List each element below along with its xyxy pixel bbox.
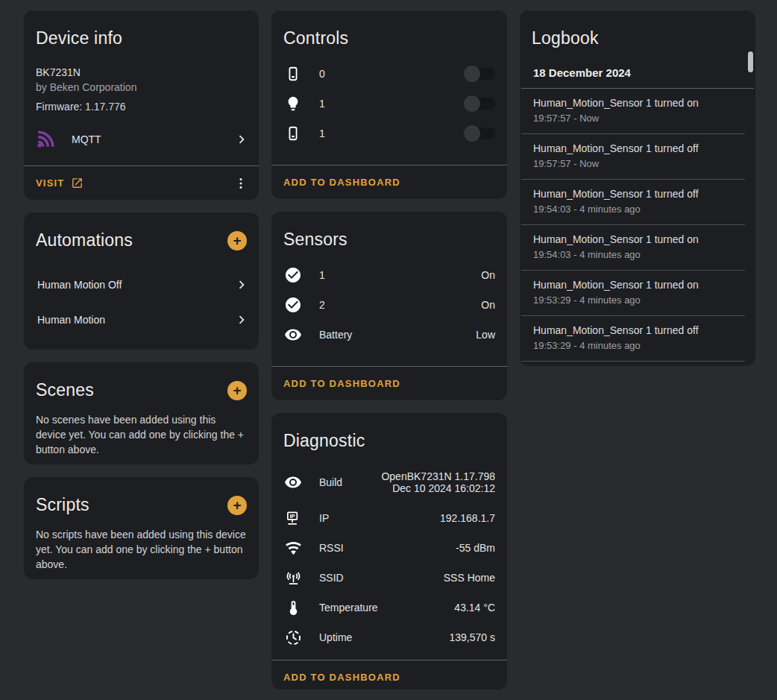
- diagnostic-row[interactable]: Build OpenBK7231N 1.17.798Dec 10 2024 16…: [271, 461, 507, 503]
- sensors-rows: 1 On 2 On Battery Low: [271, 260, 507, 350]
- logbook-entry[interactable]: Human_Motion_Sensor 1 turned off 19:54:0…: [521, 180, 745, 225]
- logbook-entry[interactable]: Human_Motion_Sensor 1 turned on 19:57:57…: [521, 89, 745, 134]
- logbook-date-header: 18 December 2024: [521, 48, 754, 89]
- scenes-title: Scenes: [36, 380, 94, 400]
- diagnostic-row[interactable]: RSSI -55 dBm: [271, 533, 507, 563]
- diagnostic-row[interactable]: IP IP 192.168.1.7: [271, 503, 507, 533]
- automations-title: Automations: [36, 230, 133, 250]
- diagnostic-value: -55 dBm: [456, 542, 495, 554]
- open-in-new-icon: [71, 177, 84, 189]
- logbook-entry-time: 19:57:57 - Now: [533, 112, 743, 125]
- logbook-entry[interactable]: Human_Motion_Sensor 1 turned on 19:53:29…: [521, 271, 745, 316]
- diagnostic-row[interactable]: Temperature 43.14 °C: [271, 593, 507, 622]
- logbook-scrollbar-thumb[interactable]: [748, 51, 753, 72]
- toggle-thumb: [464, 95, 480, 112]
- add-scene-button[interactable]: +: [227, 381, 247, 400]
- controls-title: Controls: [271, 10, 507, 48]
- mqtt-connection-row[interactable]: MQTT: [24, 121, 259, 158]
- check-circle-icon: [283, 266, 303, 284]
- diagnostic-name: SSID: [319, 572, 444, 584]
- controls-card: Controls 0 1: [271, 10, 507, 199]
- control-row: 1: [271, 89, 507, 119]
- control-name: 0: [319, 68, 464, 80]
- sensor-row[interactable]: 1 On: [271, 260, 507, 290]
- controls-footer: ADD TO DASHBOARD: [271, 165, 507, 199]
- visit-label: VISIT: [36, 177, 65, 189]
- svg-text:IP: IP: [289, 512, 295, 519]
- toggle-thumb: [464, 125, 480, 142]
- right-column: Logbook 18 December 2024 Human_Motion_Se…: [520, 10, 755, 366]
- diagnostic-name: Uptime: [319, 631, 450, 643]
- sensors-title: Sensors: [271, 212, 507, 250]
- logbook-entry-time: 19:53:29 - 4 minutes ago: [533, 339, 743, 353]
- check-circle-icon: [283, 296, 303, 314]
- control-row: 1: [271, 119, 507, 148]
- device-model: BK7231N: [36, 65, 247, 80]
- access-point-icon: [283, 570, 303, 587]
- diagnostic-value: 139,570 s: [450, 631, 496, 643]
- sensor-row[interactable]: Battery Low: [271, 320, 507, 350]
- sensor-name: Battery: [319, 329, 476, 341]
- logbook-card: Logbook 18 December 2024 Human_Motion_Se…: [520, 10, 755, 366]
- thermometer-icon: [283, 599, 303, 617]
- logbook-title: Logbook: [520, 10, 755, 48]
- device-info-card: Device info BK7231N by Beken Corporation…: [24, 10, 259, 200]
- scripts-title: Scripts: [36, 495, 89, 515]
- logbook-entry-time: 19:53:29 - 4 minutes ago: [533, 294, 743, 307]
- device-menu-button[interactable]: [229, 171, 253, 195]
- logbook-entry[interactable]: Human_Motion_Sensor 1 turned off 19:57:5…: [521, 134, 745, 180]
- logbook-entry-time: 19:54:03 - 4 minutes ago: [533, 248, 743, 262]
- sensor-row[interactable]: 2 On: [271, 290, 507, 320]
- toggle-switch[interactable]: [464, 68, 495, 80]
- device-firmware: Firmware: 1.17.776: [24, 95, 259, 113]
- scripts-empty-text: No scripts have been added using this de…: [24, 515, 259, 579]
- diagnostic-footer: ADD TO DASHBOARD: [271, 660, 507, 690]
- add-script-button[interactable]: +: [227, 496, 247, 515]
- device-page: Device info BK7231N by Beken Corporation…: [0, 0, 777, 700]
- automation-item[interactable]: Human Motion: [24, 302, 259, 337]
- switch-icon: [283, 66, 303, 82]
- sensor-value: On: [481, 269, 495, 281]
- eye-icon: [283, 473, 303, 491]
- diagnostic-row[interactable]: Uptime 139,570 s: [271, 622, 507, 652]
- diagnostic-value: OpenBK7231N 1.17.798Dec 10 2024 16:02:12: [381, 470, 495, 494]
- sensor-value: Low: [476, 329, 495, 341]
- automation-list: Human Motion Off Human Motion: [24, 267, 259, 337]
- toggle-switch[interactable]: [464, 98, 495, 110]
- lightbulb-icon: [283, 95, 303, 112]
- add-to-dashboard-button[interactable]: ADD TO DASHBOARD: [283, 378, 400, 389]
- add-automation-button[interactable]: +: [227, 231, 247, 250]
- sensor-value: On: [481, 299, 495, 311]
- sensor-name: 1: [319, 269, 481, 281]
- device-manufacturer: by Beken Corporation: [36, 80, 247, 95]
- progress-clock-icon: [283, 629, 303, 646]
- logbook-entry-name: Human_Motion_Sensor 1 turned off: [533, 187, 743, 201]
- add-to-dashboard-button[interactable]: ADD TO DASHBOARD: [283, 672, 400, 683]
- diagnostic-name: Build: [319, 476, 381, 488]
- control-row: 0: [271, 59, 507, 89]
- diagnostic-name: Temperature: [319, 602, 454, 614]
- automation-label: Human Motion Off: [37, 279, 122, 291]
- eye-icon: [283, 326, 303, 344]
- toggle-switch[interactable]: [464, 127, 495, 139]
- left-column: Device info BK7231N by Beken Corporation…: [24, 10, 259, 579]
- control-name: 1: [319, 127, 464, 139]
- visit-button[interactable]: VISIT: [36, 177, 84, 189]
- logbook-entry[interactable]: Human_Motion_Sensor 1 turned on 19:54:03…: [521, 225, 745, 271]
- build-version: OpenBK7231N 1.17.798: [381, 470, 495, 482]
- logbook-entry[interactable]: Human_Motion_Sensor 1 turned off 19:53:2…: [521, 316, 745, 362]
- sensors-card: Sensors 1 On 2 On: [271, 212, 507, 400]
- diagnostic-value: SSS Home: [444, 572, 495, 584]
- chevron-right-icon: [233, 312, 250, 328]
- build-date: Dec 10 2024 16:02:12: [381, 482, 495, 494]
- logbook-entries: Human_Motion_Sensor 1 turned on 19:57:57…: [520, 89, 755, 362]
- diagnostic-row[interactable]: SSID SSS Home: [271, 563, 507, 593]
- mqtt-icon: [36, 130, 55, 149]
- add-to-dashboard-button[interactable]: ADD TO DASHBOARD: [283, 177, 400, 188]
- device-identity: BK7231N by Beken Corporation: [24, 48, 259, 95]
- ip-network-icon: IP: [283, 510, 303, 527]
- automation-item[interactable]: Human Motion Off: [24, 267, 259, 302]
- sensors-footer: ADD TO DASHBOARD: [271, 366, 507, 400]
- mqtt-label: MQTT: [72, 133, 233, 145]
- wifi-icon: [283, 540, 303, 557]
